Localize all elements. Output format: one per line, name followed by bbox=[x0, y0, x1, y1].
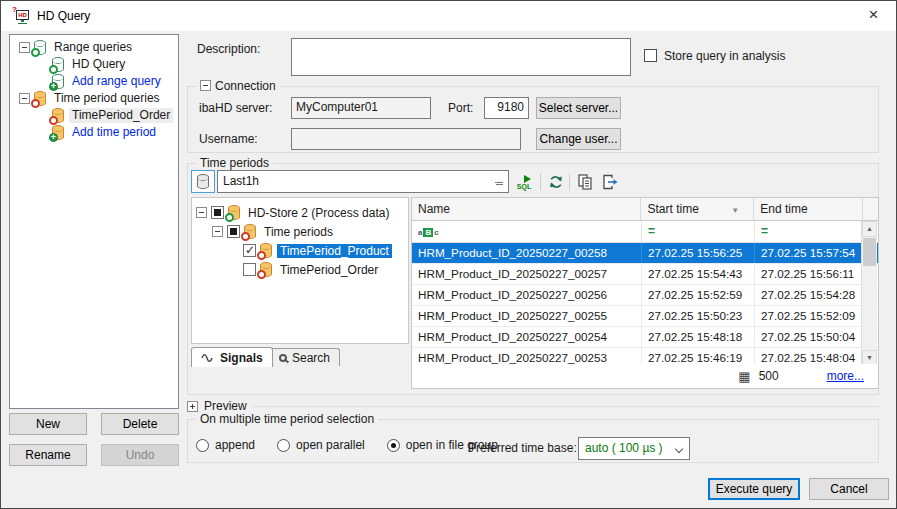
store-tree-item-time-periods[interactable]: Time periods bbox=[192, 222, 408, 241]
copy-icon[interactable] bbox=[574, 171, 596, 193]
time-base-select[interactable]: auto ( 100 µs ) bbox=[578, 437, 690, 460]
change-user-button[interactable]: Change user... bbox=[536, 128, 621, 150]
description-input[interactable] bbox=[291, 38, 631, 76]
table-row[interactable]: HRM_Product_ID_20250227_0025827.02.25 15… bbox=[412, 243, 878, 264]
sql-icon[interactable]: SQL bbox=[513, 171, 535, 193]
name-cell: HRM_Product_ID_20250227_00256 bbox=[412, 285, 642, 305]
radio-button-icon[interactable] bbox=[277, 439, 290, 452]
multi-selection-group: On multiple time period selection append… bbox=[187, 419, 879, 463]
column-header-end-time[interactable]: End time bbox=[754, 198, 863, 220]
scroll-thumb[interactable] bbox=[863, 238, 876, 266]
row-count: 500 bbox=[759, 369, 779, 383]
cancel-button[interactable]: Cancel bbox=[809, 478, 889, 500]
checkbox-checked[interactable] bbox=[243, 244, 256, 257]
table-footer: ▦ 500 more... bbox=[412, 364, 878, 388]
add-icon: + bbox=[49, 133, 58, 142]
filter-cell-name[interactable]: aBc bbox=[412, 221, 642, 242]
server-label: ibaHD server: bbox=[199, 101, 272, 115]
server-input[interactable]: MyComputer01 bbox=[291, 97, 431, 119]
nav-item-range-queries[interactable]: Range queries bbox=[10, 39, 178, 56]
column-header-name[interactable]: Name bbox=[412, 198, 641, 220]
delete-button[interactable]: Delete bbox=[101, 413, 179, 435]
expand-preview-icon[interactable] bbox=[187, 401, 198, 412]
preview-label: Preview bbox=[204, 399, 247, 413]
nav-item-add-time-period[interactable]: +Add time period bbox=[10, 124, 178, 141]
close-icon[interactable]: × bbox=[851, 1, 896, 31]
new-button[interactable]: New bbox=[9, 413, 87, 435]
table-header-row: NameStart time▼End time bbox=[412, 198, 878, 221]
radio-button-icon[interactable] bbox=[196, 439, 209, 452]
end-time-cell: 27.02.25 15:56:11 bbox=[755, 264, 864, 284]
scroll-up-icon[interactable]: ▲ bbox=[862, 221, 877, 237]
time-period-icon bbox=[260, 262, 273, 277]
add-period-icon: + bbox=[52, 125, 65, 140]
username-label: Username: bbox=[199, 132, 258, 146]
start-time-cell: 27.02.25 15:52:59 bbox=[642, 285, 755, 305]
end-time-cell: 27.02.25 15:50:04 bbox=[755, 327, 864, 347]
nav-item-hd-query[interactable]: HD Query bbox=[10, 56, 178, 73]
filter-cell-end-time[interactable]: = bbox=[755, 221, 864, 242]
checkbox-partial[interactable] bbox=[211, 206, 224, 219]
time-period-icon bbox=[34, 91, 47, 106]
tab-search[interactable]: Search bbox=[269, 348, 340, 366]
table-row[interactable]: HRM_Product_ID_20250227_0025727.02.25 15… bbox=[412, 264, 878, 285]
description-label: Description: bbox=[197, 42, 260, 56]
rename-button[interactable]: Rename bbox=[9, 444, 87, 466]
undo-button[interactable]: Undo bbox=[101, 444, 179, 466]
store-query-label: Store query in analysis bbox=[664, 49, 785, 63]
radio-label: append bbox=[215, 438, 255, 452]
checkbox-unchecked[interactable] bbox=[243, 263, 256, 276]
more-link[interactable]: more... bbox=[827, 369, 864, 383]
collapse-icon[interactable] bbox=[19, 42, 30, 53]
nav-item-timeperiod-order[interactable]: TimePeriod_Order bbox=[10, 107, 178, 124]
nav-item-time-period-queries[interactable]: Time period queries bbox=[10, 90, 178, 107]
select-server-button[interactable]: Select server... bbox=[536, 97, 621, 119]
name-cell: HRM_Product_ID_20250227_00255 bbox=[412, 306, 642, 326]
time-range-icon bbox=[197, 174, 210, 189]
time-period-icon bbox=[260, 243, 273, 258]
table-row[interactable]: HRM_Product_ID_20250227_0025627.02.25 15… bbox=[412, 285, 878, 306]
store-tree-label: HD-Store 2 (Process data) bbox=[245, 206, 392, 220]
table-row[interactable]: HRM_Product_ID_20250227_0025527.02.25 15… bbox=[412, 306, 878, 327]
collapse-icon[interactable] bbox=[196, 207, 207, 218]
store-tree-item-timeperiod-order[interactable]: TimePeriod_Order bbox=[192, 260, 408, 279]
nav-item-label: TimePeriod_Order bbox=[69, 108, 173, 123]
collapse-icon[interactable] bbox=[19, 93, 30, 104]
time-period-icon bbox=[228, 205, 241, 220]
collapse-icon[interactable] bbox=[212, 226, 223, 237]
preview-expander[interactable]: Preview bbox=[187, 399, 879, 413]
nav-item-add-range-query[interactable]: +Add range query bbox=[10, 73, 178, 90]
username-input[interactable] bbox=[291, 128, 521, 150]
filter-cell-start-time[interactable]: = bbox=[642, 221, 755, 242]
time-periods-table: NameStart time▼End time aBc== HRM_Produc… bbox=[411, 197, 879, 389]
range-query-icon bbox=[34, 40, 47, 55]
chevron-down-icon bbox=[675, 445, 683, 453]
column-header-filler bbox=[863, 198, 878, 220]
store-query-checkbox[interactable] bbox=[644, 49, 657, 62]
table-row[interactable]: HRM_Product_ID_20250227_0025427.02.25 15… bbox=[412, 327, 878, 348]
radio-label: open parallel bbox=[296, 438, 365, 452]
multi-selection-group-label: On multiple time period selection bbox=[196, 412, 378, 426]
checkbox-partial[interactable] bbox=[227, 225, 240, 238]
time-base-label: Preferred time base: bbox=[468, 441, 577, 455]
radio-button-icon[interactable] bbox=[387, 439, 400, 452]
store-tree-item-timeperiod-product[interactable]: TimePeriod_Product bbox=[192, 241, 408, 260]
column-header-start-time[interactable]: Start time▼ bbox=[641, 198, 754, 220]
execute-query-button[interactable]: Execute query bbox=[708, 478, 800, 500]
collapse-connection-icon[interactable] bbox=[200, 80, 211, 91]
port-input[interactable]: 9180 bbox=[484, 97, 529, 119]
text-filter-icon: aBc bbox=[418, 228, 439, 237]
table-scrollbar[interactable]: ▲ ▼ bbox=[861, 221, 877, 366]
store-tree-label: TimePeriod_Order bbox=[277, 263, 381, 277]
clock-icon bbox=[49, 65, 58, 74]
add-icon: + bbox=[49, 82, 58, 91]
radio-append[interactable]: append bbox=[196, 438, 255, 452]
range-query-icon bbox=[52, 57, 65, 72]
store-tree-item-hd-store-2-process-data[interactable]: HD-Store 2 (Process data) bbox=[192, 203, 408, 222]
tab-signals[interactable]: Signals bbox=[191, 347, 273, 367]
time-range-icon-button[interactable] bbox=[191, 170, 215, 193]
time-range-combo[interactable]: Last1h bbox=[217, 170, 509, 193]
export-icon[interactable] bbox=[599, 171, 621, 193]
radio-open-parallel[interactable]: open parallel bbox=[277, 438, 365, 452]
refresh-icon[interactable] bbox=[545, 171, 567, 193]
